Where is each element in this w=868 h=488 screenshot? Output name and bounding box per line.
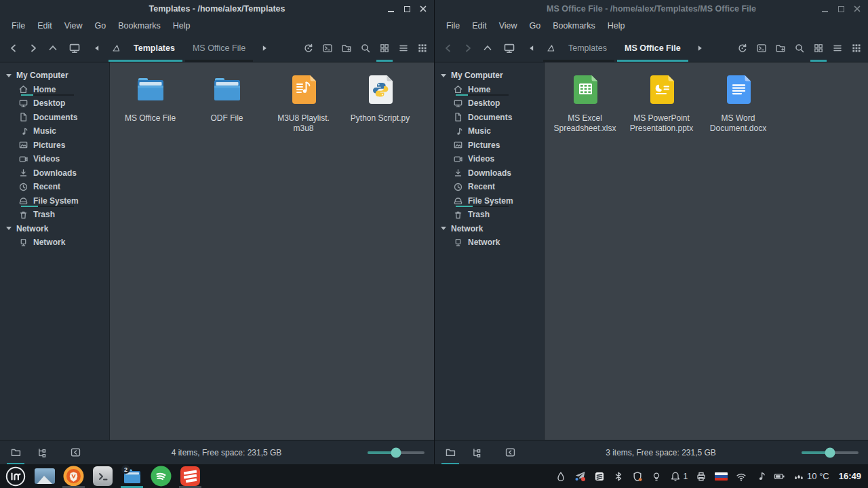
file-item-python-script[interactable]: Python Script.py bbox=[342, 67, 418, 134]
sidebar-section-my-computer[interactable]: My Computer bbox=[435, 69, 544, 83]
weather-tray-item[interactable]: 10 °C bbox=[793, 471, 829, 482]
terminal-launcher[interactable] bbox=[92, 464, 114, 488]
computer-button[interactable] bbox=[62, 34, 87, 62]
sidebar-item-home[interactable]: Home bbox=[0, 83, 109, 97]
show-places-button[interactable] bbox=[5, 443, 26, 462]
sidebar-item-home[interactable]: Home bbox=[435, 83, 544, 97]
tab-ms-office-file[interactable]: MS Office File bbox=[184, 34, 254, 62]
sidebar-item-trash[interactable]: Trash bbox=[435, 208, 544, 222]
sidebar-item-downloads[interactable]: Downloads bbox=[435, 166, 544, 181]
sidebar-item-desktop[interactable]: Desktop bbox=[435, 96, 544, 111]
sidebar-item-videos[interactable]: Videos bbox=[435, 152, 544, 166]
sidebar-section-my-computer[interactable]: My Computer bbox=[0, 69, 109, 83]
sidebar-item-network[interactable]: Network bbox=[0, 236, 109, 250]
close-button[interactable] bbox=[852, 4, 862, 14]
titlebar[interactable]: MS Office File - /home/alex/Templates/MS… bbox=[435, 0, 868, 18]
expander-icon[interactable] bbox=[6, 74, 12, 77]
forward-button[interactable] bbox=[23, 34, 43, 62]
search-button[interactable] bbox=[356, 34, 375, 62]
menu-view[interactable]: View bbox=[58, 19, 89, 33]
sidebar-item-downloads[interactable]: Downloads bbox=[0, 166, 109, 181]
compact-view-button[interactable] bbox=[413, 34, 432, 62]
sidebar-item-recent[interactable]: Recent bbox=[0, 180, 109, 194]
sidebar-item-trash[interactable]: Trash bbox=[0, 208, 109, 222]
new-folder-button[interactable] bbox=[337, 34, 356, 62]
sidebar-section-network[interactable]: Network bbox=[435, 222, 544, 236]
compact-view-button[interactable] bbox=[847, 34, 866, 62]
tab-scroll-right-button[interactable] bbox=[254, 34, 275, 62]
file-item-ms-word-document[interactable]: MS WordDocument.docx bbox=[700, 67, 776, 134]
menu-view[interactable]: View bbox=[493, 19, 524, 33]
menu-file[interactable]: File bbox=[440, 19, 466, 33]
sidebar-item-file-system[interactable]: File System bbox=[0, 194, 109, 208]
menu-bookmarks[interactable]: Bookmarks bbox=[547, 19, 601, 33]
titlebar[interactable]: Templates - /home/alex/Templates bbox=[0, 0, 434, 18]
close-button[interactable] bbox=[418, 4, 428, 14]
update-shield-tray-icon[interactable] bbox=[632, 471, 643, 482]
todoist-launcher[interactable] bbox=[179, 464, 201, 488]
file-list-area[interactable]: MS ExcelSpreadsheet.xlsx MS PowerPointPr… bbox=[545, 62, 868, 440]
list-view-button[interactable] bbox=[828, 34, 847, 62]
edit-location-icon[interactable] bbox=[107, 43, 125, 53]
file-item-ms-powerpoint-presentation[interactable]: MS PowerPointPresentation.pptx bbox=[623, 67, 700, 134]
battery-tray-icon[interactable] bbox=[774, 471, 785, 482]
sidebar-item-desktop[interactable]: Desktop bbox=[0, 96, 109, 111]
hide-sidebar-button[interactable] bbox=[500, 443, 520, 462]
mint-menu-button[interactable] bbox=[4, 464, 26, 488]
sidebar-item-documents[interactable]: Documents bbox=[0, 111, 109, 125]
show-places-button[interactable] bbox=[440, 443, 460, 462]
expander-icon[interactable] bbox=[441, 227, 446, 230]
menu-help[interactable]: Help bbox=[167, 19, 197, 33]
file-item-odf-file[interactable]: ODF File bbox=[189, 67, 265, 134]
notifications-tray-item[interactable]: 1 bbox=[670, 471, 688, 482]
refresh-button[interactable] bbox=[299, 34, 318, 62]
icon-view-button[interactable] bbox=[375, 34, 394, 62]
up-button[interactable] bbox=[43, 34, 62, 62]
new-folder-button[interactable] bbox=[771, 34, 790, 62]
sidebar-item-network[interactable]: Network bbox=[435, 236, 544, 250]
file-item-m3u8-playlist[interactable]: M3U8 Playlist.m3u8 bbox=[265, 67, 342, 134]
menu-go[interactable]: Go bbox=[89, 19, 113, 33]
up-button[interactable] bbox=[477, 34, 497, 62]
show-treeview-button[interactable] bbox=[31, 443, 52, 462]
tab-scroll-left-button[interactable] bbox=[521, 34, 542, 62]
open-terminal-button[interactable] bbox=[752, 34, 771, 62]
printer-tray-icon[interactable] bbox=[696, 471, 707, 482]
back-button[interactable] bbox=[438, 34, 458, 62]
telegram-tray-icon[interactable] bbox=[574, 470, 586, 482]
expander-icon[interactable] bbox=[441, 74, 446, 77]
tab-ms-office-file[interactable]: MS Office File bbox=[616, 34, 690, 62]
maximize-button[interactable] bbox=[402, 4, 412, 14]
tab-templates[interactable]: Templates bbox=[107, 34, 184, 62]
search-button[interactable] bbox=[790, 34, 809, 62]
file-list-area[interactable]: MS Office File ODF File M3U8 Playlist.m3… bbox=[110, 62, 434, 440]
list-view-button[interactable] bbox=[394, 34, 413, 62]
zoom-slider[interactable] bbox=[368, 451, 425, 454]
sidebar-item-music[interactable]: Music bbox=[435, 124, 544, 138]
tab-templates[interactable]: Templates bbox=[542, 34, 616, 62]
sidebar-item-pictures[interactable]: Pictures bbox=[435, 138, 544, 153]
refresh-button[interactable] bbox=[733, 34, 752, 62]
icon-view-button[interactable] bbox=[809, 34, 828, 62]
todoist-tray-icon[interactable] bbox=[594, 471, 605, 482]
sidebar-item-videos[interactable]: Videos bbox=[0, 152, 109, 166]
expander-icon[interactable] bbox=[6, 227, 12, 230]
menu-bookmarks[interactable]: Bookmarks bbox=[112, 19, 167, 33]
lightbulb-tray-icon[interactable] bbox=[651, 471, 662, 482]
file-item-ms-excel-spreadsheet[interactable]: MS ExcelSpreadsheet.xlsx bbox=[547, 67, 623, 134]
zoom-slider-knob[interactable] bbox=[391, 447, 401, 457]
hide-sidebar-button[interactable] bbox=[65, 443, 85, 462]
brave-browser-launcher[interactable] bbox=[62, 464, 85, 488]
menu-edit[interactable]: Edit bbox=[466, 19, 493, 33]
zoom-slider[interactable] bbox=[802, 451, 859, 454]
menu-edit[interactable]: Edit bbox=[31, 19, 58, 33]
clock[interactable]: 16:49 bbox=[839, 471, 861, 481]
tab-scroll-left-button[interactable] bbox=[87, 34, 107, 62]
menu-help[interactable]: Help bbox=[601, 19, 631, 33]
maximize-button[interactable] bbox=[836, 4, 846, 14]
show-desktop-button[interactable] bbox=[33, 464, 56, 488]
sidebar-item-file-system[interactable]: File System bbox=[435, 194, 544, 208]
sidebar-item-documents[interactable]: Documents bbox=[435, 111, 544, 125]
minimize-button[interactable] bbox=[820, 4, 829, 14]
files-launcher[interactable]: 2 bbox=[121, 464, 143, 488]
